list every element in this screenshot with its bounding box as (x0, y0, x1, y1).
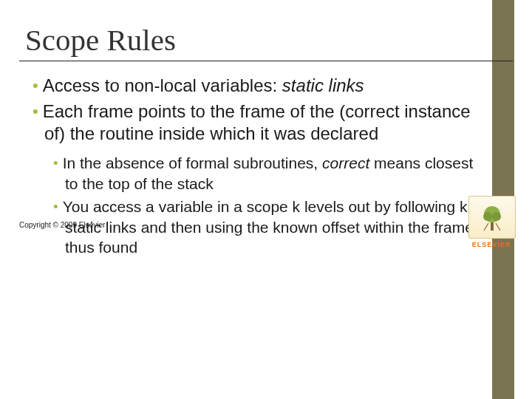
svg-rect-0 (491, 222, 494, 231)
logo-box (468, 196, 516, 239)
bullet-icon: • (33, 102, 38, 120)
bullet-l2: •You access a variable in a scope k leve… (53, 197, 488, 257)
copyright-text: Copyright © 2009 Elsevier (19, 221, 105, 229)
publisher-logo: ELSEVIER (468, 196, 514, 248)
slide-title: Scope Rules (25, 22, 532, 58)
slide: Scope Rules •Access to non-local variabl… (0, 22, 532, 257)
bullet-em: correct (322, 154, 369, 171)
body-area: •Access to non-local variables: static l… (33, 75, 488, 257)
title-underline (19, 61, 513, 61)
bullet-text: Each frame points to the frame of the (c… (43, 101, 471, 144)
sub-bullets: •In the absence of formal subroutines, c… (53, 153, 488, 257)
bullet-text: In the absence of formal subroutines, (63, 154, 322, 171)
bullet-l1: •Access to non-local variables: static l… (33, 75, 488, 98)
bullet-l1: •Each frame points to the frame of the (… (33, 100, 488, 146)
tree-icon (480, 202, 505, 232)
bullet-icon: • (53, 155, 58, 171)
svg-point-3 (492, 212, 501, 221)
svg-point-2 (483, 212, 492, 221)
bullet-em: static links (282, 75, 364, 95)
bullet-icon: • (33, 76, 38, 95)
bullet-l2: •In the absence of formal subroutines, c… (53, 153, 488, 194)
logo-text: ELSEVIER (468, 241, 514, 248)
bullet-text: You access a variable in a scope k level… (63, 198, 474, 256)
bullet-text: Access to non-local variables: (43, 75, 282, 95)
bullet-icon: • (53, 199, 58, 214)
